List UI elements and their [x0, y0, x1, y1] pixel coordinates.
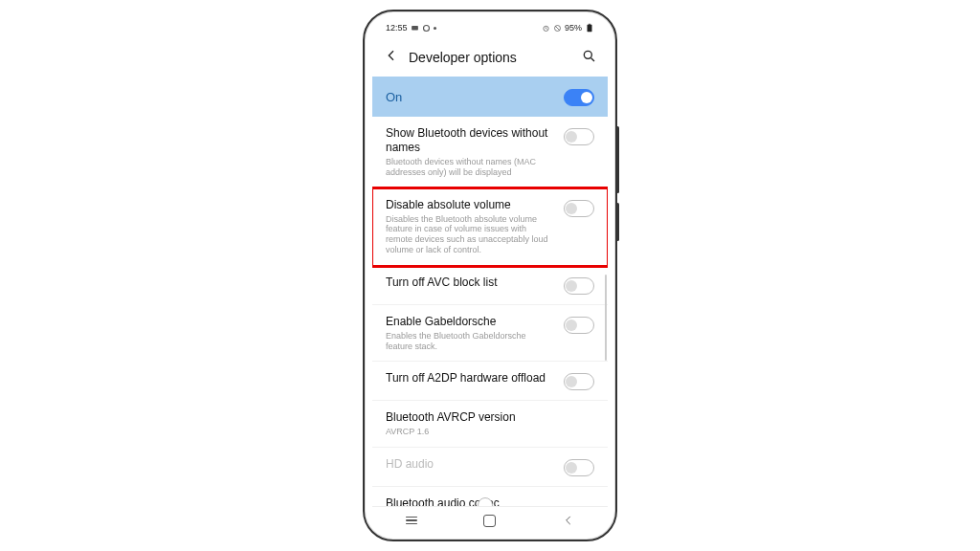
search-button[interactable] — [581, 48, 596, 67]
setting-subtitle: Disables the Bluetooth absolute volume f… — [386, 214, 554, 255]
page-title: Developer options — [409, 50, 571, 65]
svg-rect-5 — [589, 24, 591, 25]
settings-list: Show Bluetooth devices without namesBlue… — [372, 117, 608, 506]
svg-rect-0 — [412, 25, 418, 30]
setting-title: Bluetooth AVRCP version — [386, 410, 594, 425]
setting-row[interactable]: Turn off A2DP hardware offload — [372, 362, 608, 401]
back-button[interactable] — [384, 48, 399, 67]
setting-title: Enable Gabeldorsche — [386, 315, 554, 329]
setting-toggle[interactable] — [564, 200, 594, 217]
message-icon — [411, 24, 419, 33]
setting-toggle[interactable] — [564, 373, 594, 390]
svg-point-1 — [423, 25, 429, 31]
svg-point-6 — [584, 51, 591, 58]
status-dot-icon — [434, 27, 436, 30]
screen: 12:55 95% — [372, 17, 608, 534]
setting-toggle[interactable] — [564, 317, 594, 334]
recents-button[interactable] — [406, 517, 417, 525]
setting-row[interactable]: Show Bluetooth devices without namesBlue… — [372, 117, 608, 188]
setting-toggle[interactable] — [564, 459, 594, 476]
power-button — [616, 203, 619, 241]
scrollbar[interactable] — [605, 275, 607, 361]
setting-row[interactable]: Bluetooth AVRCP versionAVRCP 1.6 — [372, 401, 608, 448]
floating-indicator-icon — [478, 497, 493, 506]
dnd-icon — [553, 24, 562, 33]
setting-title: Show Bluetooth devices without names — [386, 126, 554, 155]
sync-icon — [422, 24, 431, 33]
volume-button — [616, 126, 619, 193]
setting-title: Disable absolute volume — [386, 198, 554, 212]
master-toggle-label: On — [386, 90, 402, 104]
status-bar: 12:55 95% — [372, 17, 608, 38]
setting-title: Turn off AVC block list — [386, 276, 554, 290]
navigation-bar — [372, 506, 608, 534]
setting-subtitle: Bluetooth devices without names (MAC add… — [386, 157, 554, 178]
setting-subtitle: Enables the Bluetooth Gabeldorsche featu… — [386, 331, 554, 352]
setting-row[interactable]: HD audio — [372, 448, 608, 487]
clock: 12:55 — [386, 23, 408, 33]
setting-subtitle: AVRCP 1.6 — [386, 427, 594, 437]
setting-row[interactable]: Disable absolute volumeDisables the Blue… — [372, 188, 608, 266]
master-toggle[interactable] — [564, 89, 594, 106]
svg-rect-4 — [588, 25, 592, 33]
back-nav-button[interactable] — [562, 514, 575, 527]
battery-text: 95% — [565, 23, 582, 33]
setting-row[interactable]: Turn off AVC block list — [372, 266, 608, 305]
battery-icon — [585, 23, 594, 33]
header: Developer options — [372, 38, 608, 77]
setting-toggle[interactable] — [564, 128, 594, 145]
setting-title: Turn off A2DP hardware offload — [386, 371, 554, 386]
setting-toggle[interactable] — [564, 277, 594, 295]
alarm-icon — [542, 24, 550, 33]
setting-title: HD audio — [386, 457, 554, 472]
setting-row[interactable]: Enable GabeldorscheEnables the Bluetooth… — [372, 305, 608, 363]
home-button[interactable] — [483, 515, 496, 527]
phone-mockup: 12:55 95% — [363, 10, 617, 541]
master-toggle-row[interactable]: On — [372, 77, 608, 117]
